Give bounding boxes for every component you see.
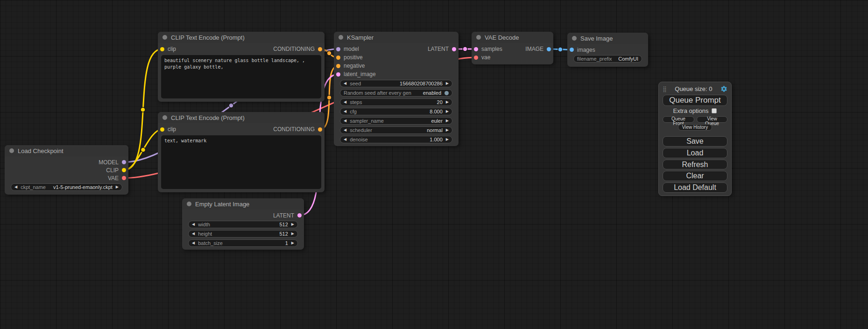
node-save-image[interactable]: Save Image images filename_prefix ComfyU… bbox=[567, 33, 648, 67]
node-header[interactable]: Load Checkpoint bbox=[5, 145, 128, 156]
widget-cfg[interactable]: ◀ cfg 8.000 ▶ bbox=[340, 108, 452, 115]
decrement-arrow-icon[interactable]: ◀ bbox=[344, 138, 346, 141]
output-port-model[interactable]: MODEL bbox=[5, 158, 128, 166]
collapse-dot-icon[interactable] bbox=[162, 35, 167, 40]
decrement-arrow-icon[interactable]: ◀ bbox=[344, 110, 346, 113]
port-dot-clip[interactable] bbox=[160, 127, 164, 132]
port-dot-vae[interactable] bbox=[474, 56, 478, 60]
decrement-arrow-icon[interactable]: ◀ bbox=[192, 241, 195, 245]
port-dot-latent[interactable] bbox=[336, 72, 340, 77]
decrement-arrow-icon[interactable]: ◀ bbox=[192, 232, 195, 236]
save-button[interactable]: Save bbox=[663, 136, 727, 147]
increment-arrow-icon[interactable]: ▶ bbox=[116, 185, 119, 189]
output-port-vae[interactable]: VAE bbox=[5, 174, 128, 182]
toggle-dot-icon[interactable] bbox=[445, 91, 449, 95]
input-port-positive[interactable]: positive bbox=[334, 53, 459, 62]
collapse-dot-icon[interactable] bbox=[9, 148, 14, 153]
widget-seed[interactable]: ◀ seed 156680208700286 ▶ bbox=[340, 80, 452, 87]
node-empty-latent-image[interactable]: Empty Latent Image LATENT ◀ width 512 ▶ … bbox=[182, 198, 304, 250]
port-dot-conditioning[interactable] bbox=[318, 127, 322, 132]
decrement-arrow-icon[interactable]: ◀ bbox=[192, 223, 195, 226]
increment-arrow-icon[interactable]: ▶ bbox=[291, 241, 294, 245]
increment-arrow-icon[interactable]: ▶ bbox=[446, 138, 449, 141]
node-header[interactable]: KSampler bbox=[334, 32, 459, 43]
widget-sampler-name[interactable]: ◀ sampler_name euler ▶ bbox=[340, 117, 452, 125]
port-dot-clip[interactable] bbox=[160, 47, 164, 51]
input-port-negative[interactable]: negative bbox=[334, 62, 459, 70]
increment-arrow-icon[interactable]: ▶ bbox=[291, 223, 294, 226]
output-port-image[interactable]: IMAGE bbox=[525, 45, 553, 53]
node-header[interactable]: CLIP Text Encode (Prompt) bbox=[158, 112, 325, 123]
widget-width[interactable]: ◀ width 512 ▶ bbox=[188, 221, 298, 228]
clear-button[interactable]: Clear bbox=[663, 171, 727, 181]
queue-prompt-button[interactable]: Queue Prompt bbox=[663, 95, 727, 106]
port-dot-model[interactable] bbox=[336, 47, 340, 51]
drag-handle-icon[interactable]: ⣿ bbox=[663, 86, 667, 92]
collapse-dot-icon[interactable] bbox=[476, 35, 481, 40]
increment-arrow-icon[interactable]: ▶ bbox=[446, 82, 449, 85]
port-dot-clip[interactable] bbox=[122, 168, 126, 172]
input-port-vae[interactable]: vae bbox=[472, 53, 553, 62]
load-button[interactable]: Load bbox=[663, 148, 727, 158]
collapse-dot-icon[interactable] bbox=[162, 115, 167, 120]
decrement-arrow-icon[interactable]: ◀ bbox=[344, 82, 346, 85]
port-dot-latent[interactable] bbox=[297, 213, 302, 217]
node-clip-text-encode-positive[interactable]: CLIP Text Encode (Prompt) clip CONDITION… bbox=[158, 32, 325, 102]
port-dot-conditioning[interactable] bbox=[318, 47, 322, 51]
node-ksampler[interactable]: KSampler model positive negative lat bbox=[334, 32, 459, 146]
decrement-arrow-icon[interactable]: ◀ bbox=[344, 119, 346, 123]
node-header[interactable]: VAE Decode bbox=[472, 32, 553, 43]
output-port-latent[interactable]: LATENT bbox=[428, 45, 459, 53]
widget-batch-size[interactable]: ◀ batch_size 1 ▶ bbox=[188, 239, 298, 247]
extra-options-checkbox[interactable] bbox=[712, 108, 717, 113]
queue-front-button[interactable]: Queue Front bbox=[663, 116, 694, 123]
decrement-arrow-icon[interactable]: ◀ bbox=[344, 100, 346, 104]
input-port-clip[interactable]: clip bbox=[158, 46, 176, 52]
widget-random-seed-toggle[interactable]: Random seed after every gen enabled bbox=[340, 89, 452, 97]
port-dot-image[interactable] bbox=[547, 47, 551, 51]
widget-ckpt-name[interactable]: ◀ ckpt_name v1-5-pruned-emaonly.ckpt ▶ bbox=[11, 183, 122, 191]
node-header[interactable]: Save Image bbox=[567, 33, 648, 44]
collapse-dot-icon[interactable] bbox=[187, 202, 191, 206]
increment-arrow-icon[interactable]: ▶ bbox=[446, 119, 449, 123]
port-dot-latent[interactable] bbox=[452, 47, 456, 51]
output-port-conditioning[interactable]: CONDITIONING bbox=[273, 46, 325, 52]
refresh-button[interactable]: Refresh bbox=[663, 160, 727, 170]
positive-prompt-textarea[interactable]: beautiful scenery nature glass bottle la… bbox=[161, 55, 321, 98]
increment-arrow-icon[interactable]: ▶ bbox=[446, 128, 449, 132]
load-default-button[interactable]: Load Default bbox=[663, 182, 727, 193]
widget-steps[interactable]: ◀ steps 20 ▶ bbox=[340, 98, 452, 106]
widget-denoise[interactable]: ◀ denoise 1.000 ▶ bbox=[340, 136, 452, 143]
view-queue-button[interactable]: View Queue bbox=[697, 116, 727, 123]
increment-arrow-icon[interactable]: ▶ bbox=[446, 110, 449, 113]
port-dot-model[interactable] bbox=[122, 160, 126, 164]
input-port-clip[interactable]: clip bbox=[158, 126, 176, 133]
port-dot-latent[interactable] bbox=[474, 47, 478, 51]
decrement-arrow-icon[interactable]: ◀ bbox=[344, 128, 346, 132]
widget-height[interactable]: ◀ height 512 ▶ bbox=[188, 230, 298, 238]
collapse-dot-icon[interactable] bbox=[572, 36, 577, 41]
negative-prompt-textarea[interactable]: text, watermark bbox=[161, 135, 321, 189]
node-canvas[interactable]: Load Checkpoint MODEL CLIP VAE ◀ ckpt_na… bbox=[0, 0, 868, 329]
input-port-latent-image[interactable]: latent_image bbox=[334, 70, 459, 78]
collapse-dot-icon[interactable] bbox=[339, 35, 343, 40]
output-port-clip[interactable]: CLIP bbox=[5, 166, 128, 174]
view-history-button[interactable]: View History bbox=[678, 124, 712, 131]
node-vae-decode[interactable]: VAE Decode samples vae IMAGE bbox=[472, 32, 553, 64]
port-dot-conditioning[interactable] bbox=[336, 64, 340, 68]
port-dot-vae[interactable] bbox=[122, 176, 126, 180]
increment-arrow-icon[interactable]: ▶ bbox=[446, 100, 449, 104]
decrement-arrow-icon[interactable]: ◀ bbox=[14, 185, 17, 189]
node-load-checkpoint[interactable]: Load Checkpoint MODEL CLIP VAE ◀ ckpt_na… bbox=[5, 145, 128, 195]
input-port-images[interactable]: images bbox=[567, 46, 648, 54]
widget-filename-prefix[interactable]: filename_prefix ComfyUI bbox=[573, 55, 642, 63]
output-port-latent[interactable]: LATENT bbox=[182, 211, 304, 219]
widget-scheduler[interactable]: ◀ scheduler normal ▶ bbox=[340, 126, 452, 134]
increment-arrow-icon[interactable]: ▶ bbox=[291, 232, 294, 236]
output-port-conditioning[interactable]: CONDITIONING bbox=[273, 126, 325, 133]
port-dot-image[interactable] bbox=[570, 48, 574, 52]
node-header[interactable]: Empty Latent Image bbox=[182, 198, 304, 210]
node-clip-text-encode-negative[interactable]: CLIP Text Encode (Prompt) clip CONDITION… bbox=[158, 112, 325, 192]
port-dot-conditioning[interactable] bbox=[336, 56, 340, 60]
settings-gear-icon[interactable] bbox=[720, 85, 727, 92]
